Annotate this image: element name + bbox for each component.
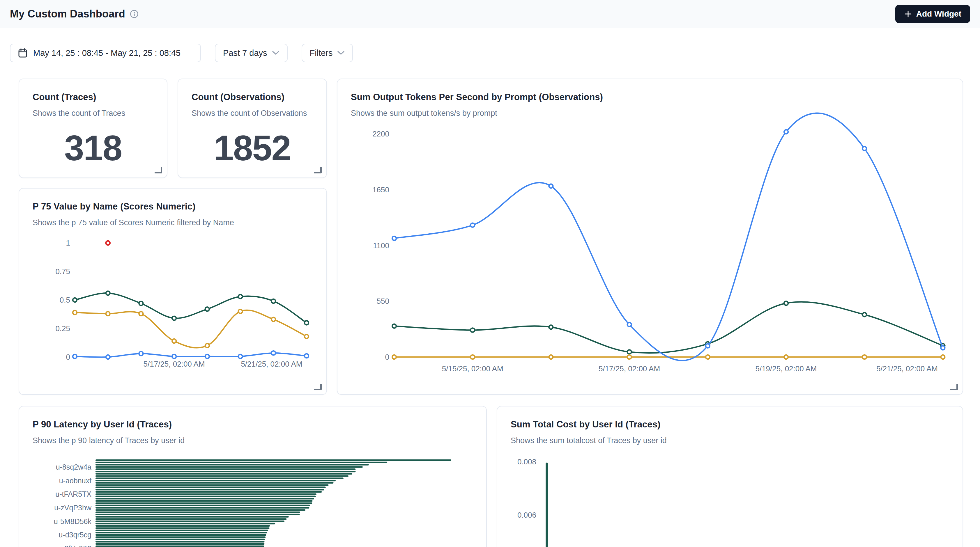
widget-p90-latency: P 90 Latency by User Id (Traces) Shows t…	[19, 406, 487, 547]
svg-text:0.006: 0.006	[517, 511, 536, 519]
svg-text:1650: 1650	[372, 186, 389, 194]
widget-sum-cost: Sum Total Cost by User Id (Traces) Shows…	[497, 406, 963, 547]
svg-text:u-8fVa9T3: u-8fVa9T3	[58, 544, 91, 547]
date-range-value: May 14, 25 : 08:45 - May 21, 25 : 08:45	[33, 48, 180, 58]
time-preset-value: Past 7 days	[223, 48, 267, 58]
svg-text:5/21/25, 02:00 AM: 5/21/25, 02:00 AM	[877, 364, 938, 373]
svg-text:5/19/25, 02:00 AM: 5/19/25, 02:00 AM	[755, 364, 817, 373]
svg-text:550: 550	[377, 297, 389, 306]
widget-count-observations: Count (Observations) Shows the count of …	[178, 79, 327, 178]
widget-tokens-by-prompt: Sum Output Tokens Per Second by Prompt (…	[337, 79, 963, 395]
widget-title: Count (Observations)	[178, 79, 326, 102]
svg-text:2200: 2200	[372, 130, 389, 138]
resize-handle-icon[interactable]	[314, 384, 322, 390]
svg-text:u-d3qr5cg: u-d3qr5cg	[59, 531, 91, 539]
tokens-line-chart[interactable]: 05501100165022005/15/25, 02:00 AM5/17/25…	[337, 79, 963, 395]
dashboard-page: My Custom Dashboard Add Widget	[0, 0, 980, 547]
svg-text:1: 1	[66, 239, 70, 247]
svg-text:u-aobnuxf: u-aobnuxf	[59, 477, 91, 485]
svg-text:5/15/25, 02:00 AM: 5/15/25, 02:00 AM	[442, 364, 503, 373]
svg-text:0: 0	[66, 353, 70, 361]
p90-bar-chart[interactable]: u-8sq2w4au-aobnuxfu-tFAR5TXu-zVqP3hwu-5M…	[19, 406, 487, 547]
widget-count-traces: Count (Traces) Shows the count of Traces…	[19, 79, 167, 178]
svg-text:5/17/25, 02:00 AM: 5/17/25, 02:00 AM	[598, 364, 660, 373]
resize-handle-icon[interactable]	[314, 167, 322, 173]
filter-bar: May 14, 25 : 08:45 - May 21, 25 : 08:45 …	[10, 44, 353, 62]
widget-p75-scores: P 75 Value by Name (Scores Numeric) Show…	[19, 188, 327, 395]
svg-text:5/21/25, 02:00 AM: 5/21/25, 02:00 AM	[241, 360, 302, 368]
count-observations-value: 1852	[214, 128, 291, 168]
widget-subtitle: Shows the count of Traces	[19, 102, 167, 118]
time-preset-dropdown[interactable]: Past 7 days	[215, 44, 288, 62]
add-widget-button[interactable]: Add Widget	[895, 5, 970, 23]
svg-text:0.5: 0.5	[60, 296, 70, 304]
svg-text:0: 0	[385, 353, 389, 361]
svg-text:u-zVqP3hw: u-zVqP3hw	[54, 504, 92, 512]
p75-line-chart[interactable]: 00.250.50.7515/17/25, 02:00 AM5/21/25, 0…	[19, 189, 327, 395]
svg-text:0.25: 0.25	[55, 324, 70, 333]
chevron-down-icon	[272, 51, 280, 55]
svg-text:u-8sq2w4a: u-8sq2w4a	[56, 463, 91, 471]
resize-handle-icon[interactable]	[154, 167, 162, 173]
page-title: My Custom Dashboard	[10, 8, 125, 20]
svg-text:u-tFAR5TX: u-tFAR5TX	[55, 490, 91, 498]
plus-icon	[904, 10, 912, 18]
chevron-down-icon	[337, 51, 345, 55]
resize-handle-icon[interactable]	[950, 384, 958, 390]
widget-subtitle: Shows the count of Observations	[178, 102, 326, 118]
top-bar: My Custom Dashboard Add Widget	[0, 0, 980, 28]
info-icon[interactable]	[130, 10, 138, 18]
filters-label: Filters	[310, 48, 333, 58]
add-widget-label: Add Widget	[916, 9, 961, 19]
widget-title: Count (Traces)	[19, 79, 167, 102]
svg-text:0.008: 0.008	[517, 457, 536, 466]
date-range-picker[interactable]: May 14, 25 : 08:45 - May 21, 25 : 08:45	[10, 44, 201, 62]
svg-text:1100: 1100	[373, 241, 389, 250]
svg-text:5/17/25, 02:00 AM: 5/17/25, 02:00 AM	[143, 360, 205, 368]
svg-text:0.75: 0.75	[55, 267, 70, 276]
count-traces-value: 318	[64, 128, 122, 168]
svg-text:u-5M8D56k: u-5M8D56k	[54, 517, 92, 525]
cost-bar-chart[interactable]: 0.0080.006	[497, 406, 963, 547]
calendar-icon	[18, 48, 27, 58]
filters-dropdown[interactable]: Filters	[302, 44, 353, 62]
